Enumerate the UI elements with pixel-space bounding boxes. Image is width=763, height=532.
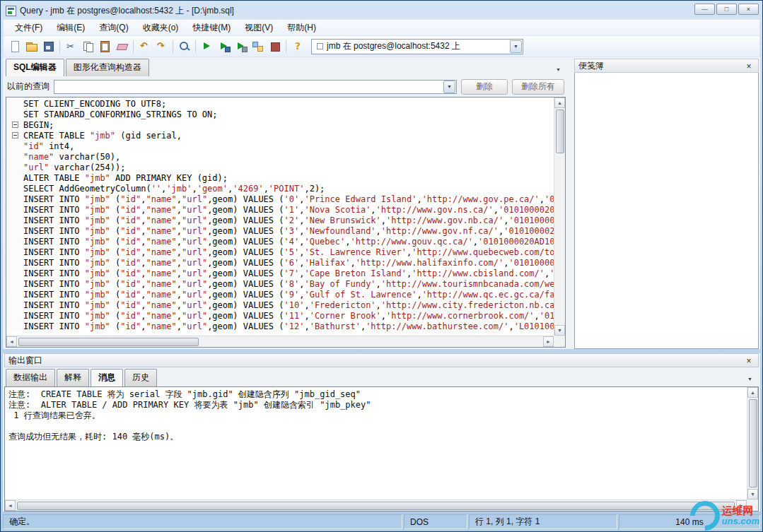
sql-editor[interactable]: SET CLIENT_ENCODING TO UTF8;SET STANDARD…: [6, 97, 566, 348]
sql-line: INSERT INTO "jmb" ("id","name","url",geo…: [6, 321, 554, 332]
toolbar-redo-button[interactable]: [153, 38, 170, 54]
status-cursor-position: 行 1, 列 1, 字符 1: [469, 514, 617, 529]
close-button[interactable]: ×: [738, 4, 759, 15]
fold-gutter: [6, 120, 23, 131]
fold-gutter: [6, 110, 23, 120]
maximize-button[interactable]: □: [716, 4, 737, 15]
scratchpad-close-icon[interactable]: [743, 61, 755, 71]
fold-marker-icon[interactable]: [12, 122, 18, 128]
toolbar-help-button[interactable]: [289, 38, 305, 54]
messages-area[interactable]: 注意: CREATE TABLE 将为 serial 字段 "jmb.gid" …: [4, 386, 759, 512]
toolbar-new-file-button[interactable]: [6, 38, 23, 54]
toolbar-execute-pgscript-button[interactable]: [216, 38, 232, 54]
vertical-splitter[interactable]: [567, 59, 574, 349]
editor-scroll-up-button[interactable]: [554, 97, 565, 108]
sql-line-text: SET CLIENT_ENCODING TO UTF8;: [23, 99, 166, 110]
editor-horizontal-scrollbar[interactable]: [6, 336, 554, 347]
menu-item[interactable]: 编辑(E): [49, 19, 92, 37]
toolbar-open-file-button[interactable]: [23, 38, 40, 54]
output-tab[interactable]: 解释: [57, 369, 89, 386]
message-line: 查询成功但无结果，耗时: 140 毫秒(ms)。: [8, 432, 747, 442]
fold-gutter: [6, 173, 23, 184]
previous-query-row: 以前的查询 删除 删除所有: [4, 76, 567, 97]
toolbar-cut-button[interactable]: [63, 38, 79, 54]
editor-scroll-left-button[interactable]: [6, 336, 17, 347]
output-tab-row: 数据输出解释消息历史: [4, 367, 759, 386]
toolbar-separator: [59, 40, 60, 53]
editor-scroll-right-button[interactable]: [543, 336, 554, 347]
previous-query-combo[interactable]: [54, 80, 457, 94]
output-scroll-right-button[interactable]: [736, 500, 747, 511]
output-vertical-scrollbar[interactable]: [747, 387, 758, 500]
editor-hscroll-thumb[interactable]: [18, 338, 199, 346]
output-scroll-down-button[interactable]: [747, 489, 758, 500]
menu-item[interactable]: 查询(Q): [92, 19, 135, 37]
sql-line-text: INSERT INTO "jmb" ("id","name","url",geo…: [23, 247, 554, 258]
fold-gutter: [6, 205, 23, 215]
minimize-button[interactable]: —: [694, 4, 715, 15]
fold-gutter: [6, 268, 23, 279]
editor-tabs-chevron-icon[interactable]: [552, 62, 564, 75]
editor-tab[interactable]: 图形化查询构造器: [66, 59, 149, 76]
menu-item[interactable]: 快捷键(M): [185, 19, 238, 37]
toolbar-execute-button[interactable]: [199, 38, 215, 54]
menu-item[interactable]: 收藏夹(o): [136, 19, 186, 37]
output-close-icon[interactable]: [743, 355, 755, 366]
toolbar-copy-button[interactable]: [80, 38, 96, 54]
execute-pgscript-icon: [218, 40, 230, 52]
menu-item[interactable]: 帮助(H): [280, 19, 323, 37]
connection-combo-dropdown-button[interactable]: [510, 40, 522, 53]
output-scroll-up-button[interactable]: [747, 387, 758, 398]
sql-code[interactable]: SET CLIENT_ENCODING TO UTF8;SET STANDARD…: [6, 97, 554, 336]
toolbar-clear-window-button[interactable]: [114, 38, 130, 54]
toolbar-find-button[interactable]: [176, 38, 192, 54]
sql-line-text: INSERT INTO "jmb" ("id","name","url",geo…: [23, 237, 554, 247]
fold-gutter: [6, 141, 23, 152]
sql-line: BEGIN;: [6, 120, 554, 131]
connection-icon: [317, 43, 323, 49]
sql-editor-panel: SQL编辑器图形化查询构造器 以前的查询 删除 删除所有 SET CLIENT_…: [4, 59, 567, 349]
message-line: 注意: CREATE TABLE 将为 serial 字段 "jmb.gid" …: [8, 389, 747, 400]
toolbar-save-button[interactable]: [40, 38, 57, 54]
editor-vertical-scrollbar[interactable]: [554, 97, 565, 336]
editor-tab[interactable]: SQL编辑器: [6, 59, 64, 76]
copy-icon: [82, 40, 94, 52]
previous-query-dropdown-button[interactable]: [443, 81, 455, 93]
delete-button[interactable]: 删除: [461, 79, 508, 95]
output-panel: 输出窗口 数据输出解释消息历史 注意: CREATE TABLE 将为 seri…: [3, 353, 760, 512]
editor-scroll-down-button[interactable]: [554, 325, 565, 336]
toolbar-explain-button[interactable]: [250, 38, 266, 54]
connection-combo[interactable]: jmb 在 postgres@localhost:5432 上: [311, 39, 523, 54]
output-tab[interactable]: 历史: [124, 369, 157, 386]
menu-item[interactable]: 视图(V): [238, 19, 280, 37]
output-hscroll-thumb[interactable]: [17, 502, 735, 510]
output-scroll-left-button[interactable]: [5, 500, 16, 511]
sql-line: INSERT INTO "jmb" ("id","name","url",geo…: [6, 226, 554, 237]
delete-all-button[interactable]: 删除所有: [512, 79, 564, 95]
toolbar-paste-button[interactable]: [97, 38, 113, 54]
toolbar-cancel-button[interactable]: [267, 38, 283, 54]
fold-gutter: [6, 247, 23, 258]
scratchpad-header: 便笺簿: [574, 59, 759, 73]
undo-icon: [139, 40, 151, 52]
sql-line-text: INSERT INTO "jmb" ("id","name","url",geo…: [23, 279, 554, 290]
menu-item[interactable]: 文件(F): [8, 19, 49, 37]
explain-icon: [252, 40, 264, 52]
output-horizontal-scrollbar[interactable]: [5, 500, 747, 511]
scratchpad-title: 便笺簿: [578, 60, 604, 72]
toolbar-execute-file-button[interactable]: [233, 38, 249, 54]
sql-line-text: INSERT INTO "jmb" ("id","name","url",geo…: [23, 321, 554, 332]
cut-icon: [65, 40, 77, 52]
scratchpad-textarea[interactable]: [574, 73, 759, 349]
connection-combo-value: jmb 在 postgres@localhost:5432 上: [327, 40, 510, 52]
fold-marker-icon[interactable]: [12, 132, 18, 138]
sql-line-text: INSERT INTO "jmb" ("id","name","url",geo…: [23, 300, 554, 311]
output-tab[interactable]: 消息: [91, 369, 123, 386]
output-tab[interactable]: 数据输出: [6, 369, 55, 386]
sql-line: INSERT INTO "jmb" ("id","name","url",geo…: [6, 258, 554, 268]
editor-vscroll-thumb[interactable]: [556, 110, 564, 153]
output-tabs-chevron-icon[interactable]: [744, 372, 756, 384]
output-vscroll-thumb[interactable]: [749, 399, 757, 487]
sql-line-text: BEGIN;: [23, 120, 54, 131]
toolbar-undo-button[interactable]: [136, 38, 153, 54]
